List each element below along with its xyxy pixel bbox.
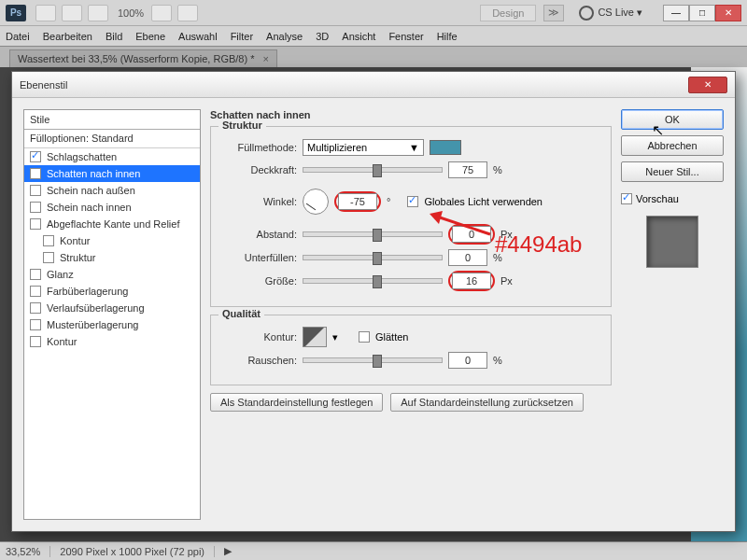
workspace-switcher[interactable]: Design [480,5,536,21]
cs-live-button[interactable]: CS Live ▾ [571,4,650,22]
style-item-label: Schatten nach innen [47,168,140,179]
preview-label: Vorschau [636,193,679,204]
menu-image[interactable]: Bild [106,31,122,42]
size-label: Größe: [220,275,297,287]
styles-heading[interactable]: Stile [24,110,200,130]
menu-layer[interactable]: Ebene [135,31,165,42]
distance-field[interactable]: 0 [452,226,491,243]
status-more-icon[interactable]: ▶ [224,545,232,557]
styles-list: Stile Fülloptionen: Standard Schlagschat… [23,109,201,520]
style-item-label: Schein nach außen [47,185,135,196]
document-tab-close-icon[interactable]: × [263,53,269,64]
opacity-slider[interactable] [303,167,443,173]
window-maximize-button[interactable]: □ [689,5,715,21]
choke-field[interactable]: 0 [448,249,487,266]
angle-label: Winkel: [220,196,297,207]
window-minimize-button[interactable]: ― [663,5,689,21]
style-item-3[interactable]: Schein nach innen [24,199,200,216]
style-item-label: Struktur [60,252,96,263]
noise-field[interactable]: 0 [448,352,487,369]
arrange-docs-icon[interactable] [151,5,172,21]
status-zoom[interactable]: 33,52% [6,546,50,557]
style-item-9[interactable]: Verlaufsüberlagerung [24,300,200,316]
style-item-checkbox[interactable] [30,185,41,196]
style-item-checkbox[interactable] [30,319,41,330]
style-item-label: Glanz [47,269,74,280]
menu-filter[interactable]: Filter [231,31,253,42]
distance-slider[interactable] [303,231,443,237]
menu-view[interactable]: Ansicht [342,31,375,42]
style-item-7[interactable]: Glanz [24,266,200,283]
size-slider[interactable] [303,278,443,284]
style-item-checkbox[interactable] [43,252,54,263]
style-item-checkbox[interactable] [30,302,41,314]
document-tab[interactable]: Wassertext bei 33,5% (Wasserform Kopie, … [9,49,277,67]
anti-alias-checkbox[interactable] [359,331,370,343]
workspace-more-icon[interactable]: ≫ [543,5,564,21]
style-item-4[interactable]: Abgeflachte Kante und Relief [24,216,200,232]
style-item-8[interactable]: Farbüberlagerung [24,283,200,300]
choke-label: Unterfüllen: [220,252,297,263]
shadow-color-swatch[interactable] [430,140,461,155]
dialog-titlebar[interactable]: Ebenenstil ✕ [12,72,735,98]
style-item-2[interactable]: Schein nach außen [24,182,200,199]
style-item-checkbox[interactable] [30,202,41,213]
cancel-button[interactable]: Abbrechen [621,135,724,156]
noise-slider[interactable] [303,357,443,363]
choke-unit: % [493,252,502,263]
menu-analysis[interactable]: Analyse [266,31,303,42]
dialog-close-button[interactable]: ✕ [688,77,727,93]
style-item-checkbox[interactable] [30,286,41,297]
menu-help[interactable]: Hilfe [437,31,458,42]
mini-bridge-icon[interactable] [62,5,82,21]
style-item-0[interactable]: Schlagschatten [24,148,200,165]
style-item-checkbox[interactable] [43,235,54,246]
angle-dial[interactable] [303,189,329,215]
style-item-10[interactable]: Musterüberlagerung [24,316,200,333]
app-top-bar: Ps 100% Design ≫ CS Live ▾ ― □ ✕ [0,0,747,26]
window-close-button[interactable]: ✕ [715,5,741,21]
style-item-6[interactable]: Struktur [24,249,200,266]
style-settings-panel: Schatten nach innen Struktur Füllmethode… [210,109,612,520]
contour-picker[interactable] [303,327,327,347]
menu-window[interactable]: Fenster [388,31,423,42]
style-item-label: Kontur [47,336,77,347]
style-item-11[interactable]: Kontur [24,333,200,350]
preview-checkbox[interactable] [621,193,632,204]
top-zoom-label[interactable]: 100% [118,7,144,19]
menu-select[interactable]: Auswahl [178,31,218,42]
menu-file[interactable]: Datei [6,31,30,42]
style-item-checkbox[interactable] [30,151,41,162]
screen-mode-icon[interactable] [177,5,198,21]
style-item-checkbox[interactable] [30,269,41,280]
menu-3d[interactable]: 3D [316,31,329,42]
style-item-5[interactable]: Kontur [24,232,200,249]
distance-label: Abstand: [220,229,297,240]
launch-bridge-icon[interactable] [35,5,56,21]
make-default-button[interactable]: Als Standardeinstellung festlegen [210,393,383,412]
contour-chevron-icon[interactable]: ▾ [332,331,338,343]
style-item-1[interactable]: Schatten nach innen [24,165,200,182]
blending-options-heading[interactable]: Fülloptionen: Standard [24,130,200,148]
document-tab-label: Wassertext bei 33,5% (Wasserform Kopie, … [18,53,255,64]
style-item-checkbox[interactable] [30,336,41,347]
style-item-checkbox[interactable] [30,168,41,179]
style-item-label: Kontur [60,235,90,246]
chevron-down-icon: ▼ [409,142,419,153]
view-extras-icon[interactable] [88,5,108,21]
reset-default-button[interactable]: Auf Standardeinstellung zurücksetzen [390,393,584,412]
size-field[interactable]: 16 [452,273,491,289]
angle-field[interactable]: -75 [338,193,377,210]
structure-group-title: Struktur [218,119,266,131]
blend-mode-dropdown[interactable]: Multiplizieren ▼ [303,139,424,156]
global-light-checkbox[interactable] [407,196,418,207]
choke-slider[interactable] [303,255,443,260]
status-doc-info[interactable]: 2090 Pixel x 1000 Pixel (72 ppi) [60,546,215,557]
new-style-button[interactable]: Neuer Stil... [621,161,724,182]
menu-edit[interactable]: Bearbeiten [43,31,92,42]
style-item-checkbox[interactable] [30,218,41,230]
style-item-label: Schein nach innen [47,202,132,213]
ok-button[interactable]: OK [621,109,724,130]
anti-alias-label: Glätten [375,331,408,343]
opacity-field[interactable]: 75 [448,161,487,178]
